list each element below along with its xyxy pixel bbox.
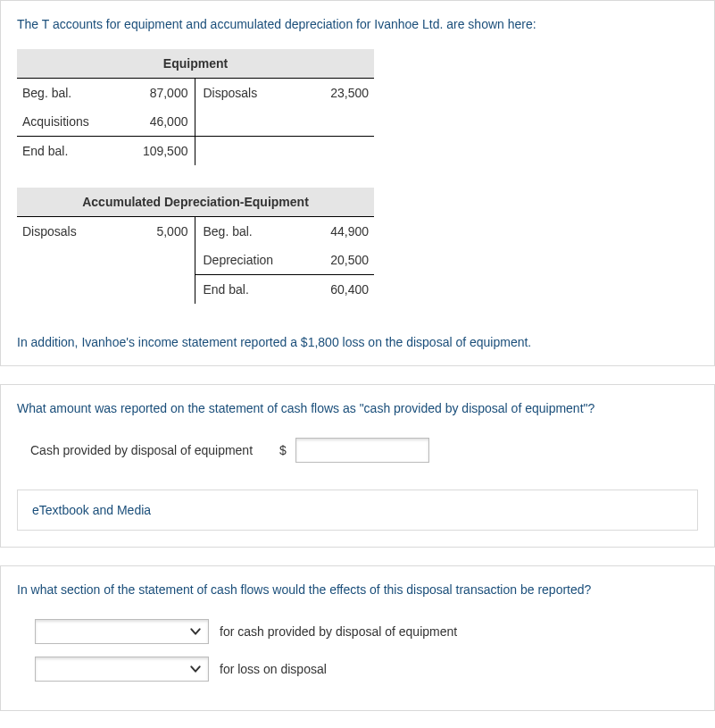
eq-r1-rlabel: [195, 107, 299, 137]
eq-r1-lval: 46,000: [121, 107, 195, 137]
eq-r2-lval: 109,500: [121, 137, 195, 166]
q2-row2: for loss on disposal: [17, 657, 698, 682]
ad-r2-rlabel: End bal.: [195, 275, 299, 305]
ad-r1-llabel: [17, 246, 121, 275]
ad-r1-rval: 20,500: [299, 246, 374, 275]
accdep-title: Accumulated Depreciation-Equipment: [17, 188, 374, 217]
eq-r2-llabel: End bal.: [17, 137, 121, 166]
eq-r1-rval: [299, 107, 374, 137]
ad-r2-rval: 60,400: [299, 275, 374, 305]
equipment-title: Equipment: [17, 49, 374, 79]
ad-r2-llabel: [17, 275, 121, 305]
eq-r2-rval: [299, 137, 374, 166]
q2-row1: for cash provided by disposal of equipme…: [17, 619, 698, 644]
q1-input-label: Cash provided by disposal of equipment: [30, 443, 253, 457]
eq-r0-rval: 23,500: [299, 79, 374, 108]
etextbook-label: eTextbook and Media: [32, 503, 151, 517]
q2-question: In what section of the statement of cash…: [17, 582, 698, 597]
dollar-sign: $: [279, 443, 287, 457]
ad-r0-llabel: Disposals: [17, 217, 121, 247]
problem-panel: The T accounts for equipment and accumul…: [0, 0, 715, 366]
chevron-down-icon: [188, 624, 203, 639]
eq-r1-llabel: Acquisitions: [17, 107, 121, 137]
q2-row2-suffix: for loss on disposal: [220, 662, 327, 676]
eq-r0-llabel: Beg. bal.: [17, 79, 121, 108]
q2-row1-suffix: for cash provided by disposal of equipme…: [220, 624, 457, 639]
section-select-cash-provided[interactable]: [35, 619, 209, 644]
loss-text: In addition, Ivanhoe's income statement …: [17, 335, 698, 349]
ad-r0-rval: 44,900: [299, 217, 374, 247]
question2-panel: In what section of the statement of cash…: [0, 565, 715, 711]
q1-answer-row: Cash provided by disposal of equipment $: [17, 438, 698, 463]
chevron-down-icon: [188, 662, 203, 676]
ad-r1-rlabel: Depreciation: [195, 246, 299, 275]
ad-r2-lval: [121, 275, 195, 305]
ad-r0-rlabel: Beg. bal.: [195, 217, 299, 247]
q1-question: What amount was reported on the statemen…: [17, 401, 698, 415]
question1-panel: What amount was reported on the statemen…: [0, 384, 715, 548]
equipment-t-account: Equipment Beg. bal. 87,000 Disposals 23,…: [17, 49, 374, 165]
section-select-loss[interactable]: [35, 657, 209, 682]
accdep-t-account: Accumulated Depreciation-Equipment Dispo…: [17, 188, 374, 304]
ad-r1-lval: [121, 246, 195, 275]
ad-r0-lval: 5,000: [121, 217, 195, 247]
eq-r2-rlabel: [195, 137, 299, 166]
intro-text: The T accounts for equipment and accumul…: [17, 17, 698, 31]
eq-r0-rlabel: Disposals: [195, 79, 299, 108]
eq-r0-lval: 87,000: [121, 79, 195, 108]
cash-provided-input[interactable]: [295, 438, 429, 463]
etextbook-media-button[interactable]: eTextbook and Media: [17, 490, 698, 531]
